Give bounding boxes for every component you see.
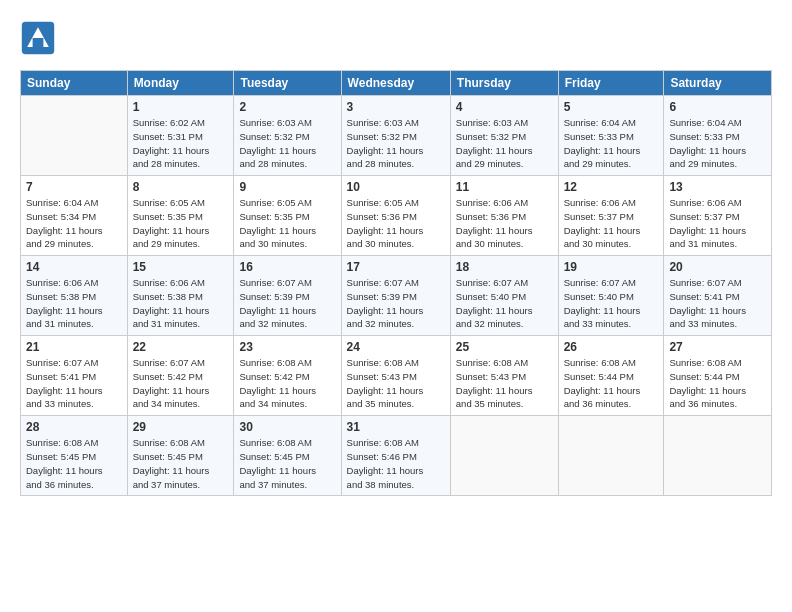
day-cell: 23Sunrise: 6:08 AM Sunset: 5:42 PM Dayli… <box>234 336 341 416</box>
day-cell: 30Sunrise: 6:08 AM Sunset: 5:45 PM Dayli… <box>234 416 341 496</box>
day-cell: 8Sunrise: 6:05 AM Sunset: 5:35 PM Daylig… <box>127 176 234 256</box>
day-cell: 4Sunrise: 6:03 AM Sunset: 5:32 PM Daylig… <box>450 96 558 176</box>
day-info: Sunrise: 6:08 AM Sunset: 5:46 PM Dayligh… <box>347 436 445 491</box>
day-number: 16 <box>239 260 335 274</box>
day-number: 15 <box>133 260 229 274</box>
header-row: SundayMondayTuesdayWednesdayThursdayFrid… <box>21 71 772 96</box>
col-header-sunday: Sunday <box>21 71 128 96</box>
day-cell: 9Sunrise: 6:05 AM Sunset: 5:35 PM Daylig… <box>234 176 341 256</box>
day-number: 28 <box>26 420 122 434</box>
day-number: 6 <box>669 100 766 114</box>
day-cell: 25Sunrise: 6:08 AM Sunset: 5:43 PM Dayli… <box>450 336 558 416</box>
day-number: 21 <box>26 340 122 354</box>
day-number: 8 <box>133 180 229 194</box>
day-number: 23 <box>239 340 335 354</box>
day-info: Sunrise: 6:03 AM Sunset: 5:32 PM Dayligh… <box>456 116 553 171</box>
svg-rect-2 <box>33 38 44 47</box>
day-cell <box>558 416 664 496</box>
day-info: Sunrise: 6:07 AM Sunset: 5:41 PM Dayligh… <box>669 276 766 331</box>
day-number: 22 <box>133 340 229 354</box>
day-number: 19 <box>564 260 659 274</box>
col-header-thursday: Thursday <box>450 71 558 96</box>
day-cell: 27Sunrise: 6:08 AM Sunset: 5:44 PM Dayli… <box>664 336 772 416</box>
day-cell: 21Sunrise: 6:07 AM Sunset: 5:41 PM Dayli… <box>21 336 128 416</box>
col-header-wednesday: Wednesday <box>341 71 450 96</box>
day-number: 27 <box>669 340 766 354</box>
day-cell: 1Sunrise: 6:02 AM Sunset: 5:31 PM Daylig… <box>127 96 234 176</box>
calendar-header: SundayMondayTuesdayWednesdayThursdayFrid… <box>21 71 772 96</box>
day-number: 29 <box>133 420 229 434</box>
day-info: Sunrise: 6:04 AM Sunset: 5:33 PM Dayligh… <box>669 116 766 171</box>
day-number: 9 <box>239 180 335 194</box>
day-cell: 12Sunrise: 6:06 AM Sunset: 5:37 PM Dayli… <box>558 176 664 256</box>
day-info: Sunrise: 6:05 AM Sunset: 5:36 PM Dayligh… <box>347 196 445 251</box>
day-info: Sunrise: 6:08 AM Sunset: 5:44 PM Dayligh… <box>564 356 659 411</box>
day-cell <box>664 416 772 496</box>
day-cell <box>450 416 558 496</box>
day-info: Sunrise: 6:06 AM Sunset: 5:38 PM Dayligh… <box>26 276 122 331</box>
day-cell: 13Sunrise: 6:06 AM Sunset: 5:37 PM Dayli… <box>664 176 772 256</box>
day-info: Sunrise: 6:06 AM Sunset: 5:38 PM Dayligh… <box>133 276 229 331</box>
col-header-monday: Monday <box>127 71 234 96</box>
day-number: 13 <box>669 180 766 194</box>
day-number: 7 <box>26 180 122 194</box>
day-number: 12 <box>564 180 659 194</box>
page: SundayMondayTuesdayWednesdayThursdayFrid… <box>0 0 792 612</box>
day-info: Sunrise: 6:08 AM Sunset: 5:44 PM Dayligh… <box>669 356 766 411</box>
day-cell: 6Sunrise: 6:04 AM Sunset: 5:33 PM Daylig… <box>664 96 772 176</box>
day-number: 31 <box>347 420 445 434</box>
day-cell: 28Sunrise: 6:08 AM Sunset: 5:45 PM Dayli… <box>21 416 128 496</box>
col-header-saturday: Saturday <box>664 71 772 96</box>
day-number: 17 <box>347 260 445 274</box>
day-info: Sunrise: 6:04 AM Sunset: 5:33 PM Dayligh… <box>564 116 659 171</box>
day-info: Sunrise: 6:06 AM Sunset: 5:36 PM Dayligh… <box>456 196 553 251</box>
day-info: Sunrise: 6:06 AM Sunset: 5:37 PM Dayligh… <box>669 196 766 251</box>
calendar-table: SundayMondayTuesdayWednesdayThursdayFrid… <box>20 70 772 496</box>
day-cell <box>21 96 128 176</box>
day-number: 11 <box>456 180 553 194</box>
logo <box>20 20 62 56</box>
day-info: Sunrise: 6:07 AM Sunset: 5:39 PM Dayligh… <box>239 276 335 331</box>
day-cell: 14Sunrise: 6:06 AM Sunset: 5:38 PM Dayli… <box>21 256 128 336</box>
day-number: 24 <box>347 340 445 354</box>
day-info: Sunrise: 6:07 AM Sunset: 5:42 PM Dayligh… <box>133 356 229 411</box>
day-number: 20 <box>669 260 766 274</box>
day-number: 18 <box>456 260 553 274</box>
day-cell: 11Sunrise: 6:06 AM Sunset: 5:36 PM Dayli… <box>450 176 558 256</box>
week-row-5: 28Sunrise: 6:08 AM Sunset: 5:45 PM Dayli… <box>21 416 772 496</box>
day-cell: 29Sunrise: 6:08 AM Sunset: 5:45 PM Dayli… <box>127 416 234 496</box>
day-info: Sunrise: 6:03 AM Sunset: 5:32 PM Dayligh… <box>239 116 335 171</box>
day-info: Sunrise: 6:08 AM Sunset: 5:42 PM Dayligh… <box>239 356 335 411</box>
day-info: Sunrise: 6:08 AM Sunset: 5:43 PM Dayligh… <box>456 356 553 411</box>
header <box>20 20 772 56</box>
day-info: Sunrise: 6:07 AM Sunset: 5:39 PM Dayligh… <box>347 276 445 331</box>
day-info: Sunrise: 6:02 AM Sunset: 5:31 PM Dayligh… <box>133 116 229 171</box>
day-cell: 19Sunrise: 6:07 AM Sunset: 5:40 PM Dayli… <box>558 256 664 336</box>
day-cell: 15Sunrise: 6:06 AM Sunset: 5:38 PM Dayli… <box>127 256 234 336</box>
day-info: Sunrise: 6:08 AM Sunset: 5:45 PM Dayligh… <box>239 436 335 491</box>
week-row-1: 1Sunrise: 6:02 AM Sunset: 5:31 PM Daylig… <box>21 96 772 176</box>
logo-icon <box>20 20 56 56</box>
day-cell: 17Sunrise: 6:07 AM Sunset: 5:39 PM Dayli… <box>341 256 450 336</box>
day-info: Sunrise: 6:07 AM Sunset: 5:41 PM Dayligh… <box>26 356 122 411</box>
calendar-body: 1Sunrise: 6:02 AM Sunset: 5:31 PM Daylig… <box>21 96 772 496</box>
day-number: 14 <box>26 260 122 274</box>
day-cell: 18Sunrise: 6:07 AM Sunset: 5:40 PM Dayli… <box>450 256 558 336</box>
day-cell: 16Sunrise: 6:07 AM Sunset: 5:39 PM Dayli… <box>234 256 341 336</box>
day-number: 26 <box>564 340 659 354</box>
day-info: Sunrise: 6:07 AM Sunset: 5:40 PM Dayligh… <box>564 276 659 331</box>
day-info: Sunrise: 6:08 AM Sunset: 5:45 PM Dayligh… <box>26 436 122 491</box>
day-number: 10 <box>347 180 445 194</box>
day-cell: 5Sunrise: 6:04 AM Sunset: 5:33 PM Daylig… <box>558 96 664 176</box>
day-number: 1 <box>133 100 229 114</box>
day-number: 3 <box>347 100 445 114</box>
day-cell: 2Sunrise: 6:03 AM Sunset: 5:32 PM Daylig… <box>234 96 341 176</box>
day-info: Sunrise: 6:03 AM Sunset: 5:32 PM Dayligh… <box>347 116 445 171</box>
day-info: Sunrise: 6:08 AM Sunset: 5:45 PM Dayligh… <box>133 436 229 491</box>
day-cell: 7Sunrise: 6:04 AM Sunset: 5:34 PM Daylig… <box>21 176 128 256</box>
day-number: 25 <box>456 340 553 354</box>
week-row-3: 14Sunrise: 6:06 AM Sunset: 5:38 PM Dayli… <box>21 256 772 336</box>
day-number: 4 <box>456 100 553 114</box>
day-cell: 3Sunrise: 6:03 AM Sunset: 5:32 PM Daylig… <box>341 96 450 176</box>
day-cell: 26Sunrise: 6:08 AM Sunset: 5:44 PM Dayli… <box>558 336 664 416</box>
